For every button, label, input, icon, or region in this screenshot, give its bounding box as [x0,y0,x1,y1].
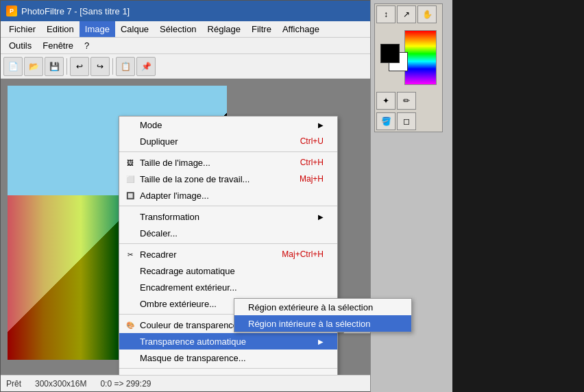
toolbar-copy[interactable]: 📋 [116,57,135,76]
menu-fenetre[interactable]: Fenêtre [37,38,79,53]
right-panel: ↕ ↗ ✋ ✦ ✏ 🪣 ◻ [370,0,452,392]
menu-help[interactable]: ? [79,38,95,53]
coords: 0:0 => 299:29 [100,379,151,389]
menu-item-taille-image[interactable]: 🖼 Taille de l'image... Ctrl+H [119,154,337,171]
mode-arrow: ▶ [318,121,324,129]
menu-item-encadrement[interactable]: Encadrement extérieur... [119,279,337,295]
color-fg [380,44,400,63]
menu-outils[interactable]: Outils [3,38,37,53]
menu-item-transparence-auto[interactable]: Transparence automatique ▶ [119,333,337,350]
submenu-item-region-int[interactable]: Région intérieure à la sélection [234,315,411,332]
menu-item-recadrer[interactable]: ✂ Recadrer Maj+Ctrl+H [119,246,337,262]
menu-item-decaler[interactable]: Décaler... [119,225,337,241]
sep2 [119,206,337,206]
tool-btn-2[interactable]: ↗ [397,5,416,23]
toolbar-undo[interactable]: ↩ [70,57,89,76]
adapter-icon: 🔲 [125,190,136,201]
taille-zone-icon: ⬜ [125,173,136,184]
toolbar-redo[interactable]: ↪ [90,57,110,76]
tool-pencil[interactable]: ✏ [397,92,416,110]
title-bar-left: P PhotoFiltre 7 - [Sans titre 1] [6,5,130,16]
tool-btn-3[interactable]: ✋ [417,5,437,23]
menu-item-adapter[interactable]: 🔲 Adapter l'image... [119,187,337,204]
toolbar-paste[interactable]: 📌 [136,57,156,76]
menu-affichage[interactable]: Affichage [277,21,325,37]
toolbar-sep1 [66,58,67,75]
menu-image[interactable]: Image [80,21,115,37]
menu-fichier[interactable]: Fichier [3,21,41,37]
color-spectrum[interactable] [404,30,437,85]
menu-edition[interactable]: Edition [41,21,80,37]
tool-btn-1[interactable]: ↕ [376,5,396,23]
toolbar-save[interactable]: 💾 [45,57,64,76]
image-info: 300x300x16M [35,379,86,389]
toolbar-open[interactable]: 📂 [24,57,43,76]
title-bar-title: PhotoFiltre 7 - [Sans titre 1] [21,6,130,16]
toolbar-new[interactable]: 📄 [3,57,23,76]
right-toolbar-row3: 🪣 ◻ [375,111,442,132]
couleur-transparence-icon: 🎨 [125,319,136,330]
tool-magic-wand[interactable]: ✦ [376,92,396,110]
menu-item-copyright[interactable]: Copyright... [119,371,337,375]
menu-item-taille-zone[interactable]: ⬜ Taille de la zone de travail... Maj+H [119,171,337,187]
tool-fill[interactable]: 🪣 [376,112,396,130]
status-text: Prêt [6,379,21,389]
tool-eraser[interactable]: ◻ [397,112,416,130]
menu-filtre[interactable]: Filtre [246,21,277,37]
transparence-submenu: Région extérieure à la sélection Région … [234,298,412,332]
toolbar-sep2 [112,58,113,75]
menu-reglage[interactable]: Réglage [202,21,246,37]
taille-image-icon: 🖼 [125,157,136,168]
transparence-auto-arrow: ▶ [318,338,324,345]
menu-calque[interactable]: Calque [115,21,154,37]
right-toolbar-row1: ↕ ↗ ✋ [375,4,442,25]
recadrer-icon: ✂ [125,249,136,260]
sep1 [119,151,337,152]
sep3 [119,243,337,244]
menu-item-transformation[interactable]: Transformation ▶ [119,208,337,225]
color-selector[interactable] [380,44,396,71]
menu-item-recadrage-auto[interactable]: Recadrage automatique [119,262,337,279]
app-icon: P [6,5,17,16]
menu-item-masque[interactable]: Masque de transparence... [119,350,337,366]
right-panel-inner: ↕ ↗ ✋ ✦ ✏ 🪣 ◻ [374,3,443,132]
image-dropdown-menu: Mode ▶ Dupliquer Ctrl+U 🖼 Taille de l'im… [119,116,338,375]
menu-item-mode[interactable]: Mode ▶ [119,117,337,133]
menu-selection[interactable]: Sélection [154,21,202,37]
sep5 [119,368,337,369]
submenu-item-region-ext[interactable]: Région extérieure à la sélection [234,299,411,315]
right-toolbar-row2: ✦ ✏ [375,90,442,111]
menu-item-dupliquer[interactable]: Dupliquer Ctrl+U [119,133,337,149]
transformation-arrow: ▶ [318,213,324,221]
